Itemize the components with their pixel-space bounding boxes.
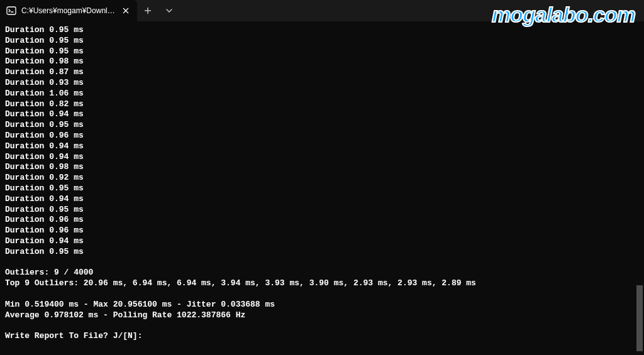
outliers-count-line: Outliers: 9 / 4000 (5, 268, 639, 278)
duration-line: Duration 0.98 ms (5, 57, 639, 67)
duration-line: Duration 0.95 ms (5, 25, 639, 36)
duration-line: Duration 0.95 ms (5, 205, 639, 216)
tab-label: C:¥Users¥mogam¥Downloads (21, 6, 116, 15)
duration-line: Duration 0.94 ms (5, 141, 639, 152)
terminal-icon (6, 6, 16, 16)
close-icon (123, 8, 129, 14)
terminal-blank-line (5, 320, 639, 331)
duration-line: Duration 0.95 ms (5, 183, 639, 194)
stats-line: Average 0.978102 ms - Polling Rate 1022.… (5, 310, 639, 321)
terminal-blank-line (5, 289, 639, 300)
new-tab-button[interactable] (137, 0, 158, 21)
duration-line: Duration 0.82 ms (5, 99, 639, 110)
duration-line: Duration 0.93 ms (5, 78, 639, 89)
titlebar: C:¥Users¥mogam¥Downloads (0, 0, 644, 21)
prompt-line: Write Report To File? J/[N]: (5, 331, 639, 342)
duration-line: Duration 0.95 ms (5, 46, 639, 57)
duration-line: Duration 0.92 ms (5, 173, 639, 183)
duration-line: Duration 0.87 ms (5, 67, 639, 78)
tab-active[interactable]: C:¥Users¥mogam¥Downloads (0, 0, 137, 21)
stats-line: Min 0.519400 ms - Max 20.956100 ms - Jit… (5, 300, 639, 310)
duration-line: Duration 0.95 ms (5, 247, 639, 258)
duration-line: Duration 0.96 ms (5, 226, 639, 236)
duration-line: Duration 0.95 ms (5, 36, 639, 46)
duration-line: Duration 0.98 ms (5, 162, 639, 173)
terminal-output[interactable]: Duration 0.95 msDuration 0.95 msDuration… (0, 21, 644, 355)
chevron-down-icon (165, 7, 173, 14)
tab-dropdown-button[interactable] (158, 0, 180, 21)
svg-rect-0 (7, 7, 16, 14)
duration-line: Duration 0.96 ms (5, 131, 639, 141)
tab-close-button[interactable] (121, 6, 131, 16)
outliers-top-line: Top 9 Outliers: 20.96 ms, 6.94 ms, 6.94 … (5, 278, 639, 289)
duration-line: Duration 1.06 ms (5, 89, 639, 99)
duration-line: Duration 0.94 ms (5, 109, 639, 120)
duration-line: Duration 0.95 ms (5, 120, 639, 131)
duration-line: Duration 0.96 ms (5, 215, 639, 226)
duration-line: Duration 0.94 ms (5, 152, 639, 163)
duration-line: Duration 0.94 ms (5, 236, 639, 247)
scrollbar-thumb[interactable] (636, 285, 643, 351)
duration-line: Duration 0.94 ms (5, 194, 639, 205)
scrollbar-vertical[interactable] (636, 21, 643, 354)
plus-icon (144, 7, 152, 14)
terminal-blank-line (5, 258, 639, 268)
